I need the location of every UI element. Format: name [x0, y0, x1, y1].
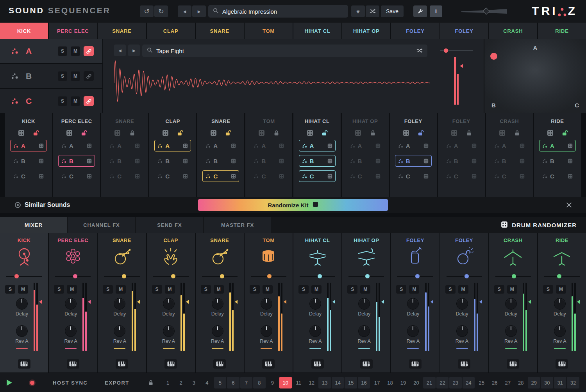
prev-preset-button[interactable]: ◀ — [178, 5, 191, 17]
slider-handle[interactable] — [73, 274, 77, 278]
step-17[interactable]: 17 — [371, 377, 383, 388]
column-dice-icon[interactable] — [451, 130, 457, 136]
keyboard-button[interactable] — [164, 359, 177, 369]
volume-slider[interactable] — [104, 274, 139, 279]
grid-cell-tom-a[interactable]: A — [250, 140, 287, 151]
step-8[interactable]: 8 — [253, 377, 265, 388]
track-tab-crash-11[interactable]: CRASH — [489, 23, 537, 39]
mute-button[interactable]: M — [116, 285, 126, 294]
grid-cell-hihat-op-a[interactable]: A — [347, 140, 384, 151]
close-icon[interactable] — [566, 202, 572, 208]
grid-cell-clap-b[interactable]: B — [154, 155, 191, 167]
redo-button[interactable]: ↻ — [154, 5, 168, 17]
row-dice-icon[interactable] — [327, 174, 332, 179]
row-dice-icon[interactable] — [375, 159, 381, 164]
step-20[interactable]: 20 — [410, 377, 422, 388]
mute-button[interactable]: M — [263, 285, 273, 294]
info-button[interactable]: i — [430, 5, 442, 17]
row-dice-icon[interactable] — [183, 143, 188, 148]
slider-handle[interactable] — [415, 274, 420, 278]
solo-button[interactable]: S — [445, 285, 456, 294]
row-dice-icon[interactable] — [183, 159, 188, 164]
row-dice-icon[interactable] — [520, 143, 525, 148]
volume-slider[interactable] — [495, 274, 531, 279]
layer-link-button[interactable] — [84, 96, 94, 106]
lock-icon[interactable] — [273, 130, 279, 136]
volume-slider[interactable] — [397, 274, 433, 279]
reverb-send-knob[interactable] — [407, 325, 419, 337]
host-sync-button[interactable]: HOST SYNC — [53, 380, 88, 386]
grid-cell-hihat-cl-a[interactable]: A — [299, 140, 336, 151]
row-dice-icon[interactable] — [327, 143, 332, 148]
grid-cell-foley-b[interactable]: B — [395, 155, 432, 167]
step-6[interactable]: 6 — [227, 377, 239, 388]
step-11[interactable]: 11 — [293, 377, 305, 388]
row-dice-icon[interactable] — [472, 174, 477, 179]
row-dice-icon[interactable] — [87, 174, 92, 179]
solo-button[interactable]: S — [494, 285, 504, 294]
grid-cell-snare-c[interactable]: C — [202, 170, 239, 182]
track-tab-foley-9[interactable]: FOLEY — [391, 23, 439, 39]
grid-cell-foley-a[interactable]: A — [395, 140, 432, 151]
column-dice-icon[interactable] — [355, 130, 361, 136]
export-button[interactable]: EXPORT — [105, 380, 129, 386]
row-dice-icon[interactable] — [279, 143, 284, 148]
tab-channel-fx[interactable]: CHANNEL FX — [68, 217, 135, 233]
column-dice-icon[interactable] — [547, 130, 554, 136]
track-tab-clap-4[interactable]: CLAP — [147, 23, 195, 39]
reverb-send-knob[interactable] — [554, 325, 566, 337]
mute-button[interactable]: M — [556, 285, 566, 294]
delay-send-knob[interactable] — [505, 298, 517, 310]
row-dice-icon[interactable] — [39, 174, 44, 179]
delay-send-knob[interactable] — [163, 298, 175, 310]
step-1[interactable]: 1 — [162, 377, 174, 388]
step-3[interactable]: 3 — [188, 377, 200, 388]
step-28[interactable]: 28 — [515, 377, 527, 388]
grid-cell-hihat-op-c[interactable]: C — [347, 170, 384, 182]
delay-send-knob[interactable] — [554, 298, 566, 310]
reverb-send-knob[interactable] — [358, 325, 370, 337]
step-5[interactable]: 5 — [214, 377, 226, 388]
delay-send-knob[interactable] — [407, 298, 419, 310]
delay-send-knob[interactable] — [65, 298, 77, 310]
wrench-button[interactable] — [413, 5, 427, 17]
delay-send-knob[interactable] — [358, 298, 370, 310]
row-dice-icon[interactable] — [568, 143, 573, 148]
row-dice-icon[interactable] — [472, 143, 477, 148]
mute-button[interactable]: M — [409, 285, 419, 294]
unlock-icon[interactable] — [177, 130, 183, 136]
slider-handle[interactable] — [220, 274, 224, 278]
meter-peak-marker[interactable] — [460, 64, 463, 68]
mute-button[interactable]: M — [311, 285, 322, 294]
track-tab-ride-12[interactable]: RIDE — [538, 23, 586, 39]
lock-icon[interactable] — [466, 130, 472, 136]
slider-handle[interactable] — [365, 274, 370, 278]
grid-cell-crash-a[interactable]: A — [491, 140, 528, 151]
volume-slider[interactable] — [6, 274, 42, 279]
track-tab-perc-elec-2[interactable]: PERC ELEC — [49, 23, 97, 39]
row-dice-icon[interactable] — [135, 159, 140, 164]
grid-cell-ride-b[interactable]: B — [539, 155, 576, 167]
delay-send-knob[interactable] — [309, 298, 321, 310]
track-tab-snare-3[interactable]: SNARE — [98, 23, 146, 39]
grid-cell-hihat-op-b[interactable]: B — [347, 155, 384, 167]
slider-handle[interactable] — [465, 274, 469, 278]
column-dice-icon[interactable] — [114, 130, 121, 136]
meter-peak-marker[interactable] — [186, 300, 189, 304]
grid-cell-hihat-cl-c[interactable]: C — [299, 170, 336, 182]
volume-slider[interactable] — [447, 274, 482, 279]
tab-master-fx[interactable]: MASTER FX — [204, 217, 271, 233]
keyboard-button[interactable] — [409, 359, 422, 369]
step-22[interactable]: 22 — [436, 377, 448, 388]
column-dice-icon[interactable] — [162, 130, 169, 136]
grid-cell-kick-c[interactable]: C — [10, 170, 47, 182]
volume-slider[interactable] — [202, 274, 238, 279]
grid-cell-foley-c[interactable]: C — [443, 170, 480, 182]
solo-button[interactable]: S — [201, 285, 211, 294]
next-preset-button[interactable]: ▶ — [192, 5, 206, 17]
grid-cell-ride-a[interactable]: A — [539, 140, 576, 151]
step-14[interactable]: 14 — [332, 377, 344, 388]
grid-cell-snare-a[interactable]: A — [202, 140, 239, 151]
column-dice-icon[interactable] — [307, 130, 313, 136]
row-dice-icon[interactable] — [279, 174, 284, 179]
